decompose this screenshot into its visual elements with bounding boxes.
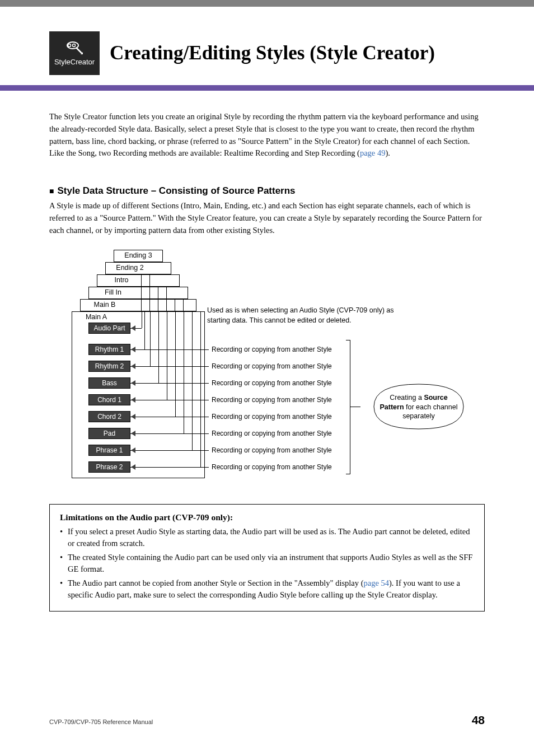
channel-pad: Pad [88, 428, 130, 439]
bracket-tick [350, 407, 360, 407]
connector [142, 311, 142, 328]
rec-label-1: Recording or copying from another Style [212, 346, 332, 353]
arrow-icon [131, 363, 135, 369]
arrow-line [136, 467, 209, 468]
arrow-icon [131, 414, 135, 419]
page-54-link[interactable]: page 54 [364, 578, 390, 587]
rec-label-2: Recording or copying from another Style [212, 362, 332, 370]
footer-manual-name: CVP-709/CVP-705 Reference Manual [49, 718, 153, 725]
partition-line [158, 287, 158, 311]
partition-line [141, 274, 142, 311]
connector [200, 311, 201, 467]
lim-text: If you select a preset Audio Style as st… [68, 527, 470, 548]
header: StyleCreator Creating/Editing Styles (St… [0, 31, 534, 75]
arrow-line [136, 400, 209, 400]
page-title: Creating/Editing Styles (Style Creator) [110, 42, 435, 64]
arrow-line [136, 383, 209, 384]
lim-text: The created Style containing the Audio p… [68, 553, 472, 573]
connector [175, 311, 176, 417]
arrow-icon [131, 464, 135, 470]
ellipse-t1: Creating a [390, 394, 424, 402]
connector [158, 311, 159, 383]
arrow-icon [131, 325, 135, 331]
arrow-icon [131, 347, 135, 352]
channel-bass: Bass [88, 377, 130, 389]
intro-paragraph: The Style Creator function lets you crea… [49, 111, 485, 160]
content-area: The Style Creator function lets you crea… [0, 91, 534, 612]
channel-phrase2: Phrase 2 [88, 461, 130, 473]
connector [150, 311, 151, 366]
label-fillin: Fill In [88, 288, 138, 296]
ellipse-b1: Source [424, 394, 447, 402]
partition-line [183, 299, 184, 311]
rec-label-7: Recording or copying from another Style [212, 446, 332, 454]
arrow-icon [131, 380, 135, 386]
ellipse-b2: Pattern [380, 403, 404, 411]
partition-line [166, 287, 167, 311]
label-maina: Main A [72, 313, 121, 321]
svg-point-1 [68, 44, 71, 46]
lim-text-before: The Audio part cannot be copied from ano… [68, 578, 364, 587]
channel-rhythm1: Rhythm 1 [88, 344, 130, 355]
limitations-title: Limitations on the Audio part (CVP-709 o… [60, 512, 474, 522]
limitation-item-1: If you select a preset Audio Style as st… [60, 526, 474, 549]
ellipse-text: Creating a Source Pattern for each chann… [368, 393, 469, 421]
arrow-line [136, 349, 209, 350]
partition-line [175, 299, 175, 311]
arrow-line [136, 433, 209, 434]
purple-divider [0, 85, 534, 91]
badge-label: StyleCreator [54, 58, 95, 66]
audio-note-text: Used as is when selecting an Audio Style… [207, 306, 397, 325]
top-grey-bar [0, 0, 534, 7]
intro-text-before: The Style Creator function lets you crea… [49, 112, 479, 157]
label-ending2: Ending 2 [105, 264, 154, 272]
heading-bullet: ■ [49, 186, 54, 195]
rec-label-5: Recording or copying from another Style [212, 413, 332, 421]
structure-paragraph: A Style is made up of different Sections… [49, 200, 485, 236]
arrow-line [136, 450, 209, 451]
label-intro: Intro [97, 276, 146, 284]
channel-rhythm2: Rhythm 2 [88, 361, 130, 372]
svg-point-2 [73, 44, 76, 46]
rec-label-4: Recording or copying from another Style [212, 396, 332, 404]
svg-line-3 [76, 48, 82, 53]
label-ending3: Ending 3 [114, 251, 163, 259]
partition-line [149, 274, 150, 311]
connector [184, 311, 184, 433]
connector [167, 311, 167, 400]
under-bar [0, 7, 534, 28]
ellipse-t2: for each channel separately [402, 403, 457, 420]
channel-audio-part: Audio Part [88, 323, 130, 334]
footer: CVP-709/CVP-705 Reference Manual 48 [49, 713, 485, 727]
rec-label-8: Recording or copying from another Style [212, 463, 332, 471]
arrow-icon [131, 447, 135, 453]
connector [192, 311, 193, 450]
arrow-line [136, 366, 209, 367]
rec-label-3: Recording or copying from another Style [212, 379, 332, 387]
limitation-item-2: The created Style containing the Audio p… [60, 552, 474, 575]
structure-heading: ■Style Data Structure – Consisting of So… [49, 185, 485, 197]
channel-chord1: Chord 1 [88, 394, 130, 405]
rec-label-6: Recording or copying from another Style [212, 430, 332, 437]
arrow-icon [131, 431, 135, 436]
arrow-line [136, 417, 209, 417]
style-creator-badge: StyleCreator [49, 31, 100, 75]
heading-text: Style Data Structure – Consisting of Sou… [57, 185, 295, 196]
bracket [346, 340, 350, 474]
style-structure-diagram: Ending 3 Ending 2 Intro Fill In Main B M… [49, 250, 485, 485]
page-49-link[interactable]: page 49 [360, 148, 386, 157]
style-creator-icon [66, 41, 83, 54]
limitation-item-3: The Audio part cannot be copied from ano… [60, 577, 474, 601]
arrow-icon [131, 397, 135, 403]
limitations-box: Limitations on the Audio part (CVP-709 o… [49, 504, 485, 612]
page-number: 48 [472, 713, 485, 727]
source-pattern-ellipse: Creating a Source Pattern for each chann… [368, 379, 469, 436]
channel-phrase1: Phrase 1 [88, 445, 130, 456]
connector [144, 311, 145, 349]
label-mainb: Main B [80, 301, 129, 309]
intro-text-after: ). [385, 148, 390, 157]
channel-chord2: Chord 2 [88, 411, 130, 422]
